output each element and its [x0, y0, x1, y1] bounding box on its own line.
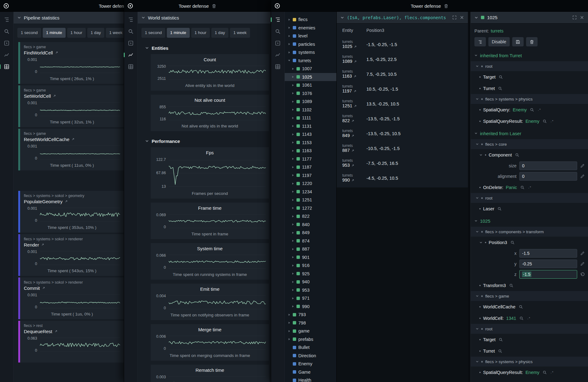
chevron-collapsed-icon[interactable] — [292, 231, 294, 234]
tree-item-systems[interactable]: systems — [285, 48, 336, 57]
system-name[interactable]: FindWorldCell — [24, 50, 120, 55]
tree-item-1025[interactable]: 1025 — [285, 73, 336, 81]
query-result-row[interactable]: turrets1025-1.5, -0.25, -1.5 — [337, 37, 468, 52]
chevron-collapsed-icon[interactable] — [288, 51, 291, 54]
tree-item-901[interactable]: 901 — [285, 253, 336, 262]
parent-link[interactable]: turrets — [491, 28, 504, 33]
search-icon[interactable] — [520, 185, 525, 190]
inspector-section-header[interactable]: 1025 — [471, 215, 588, 227]
field-input-alignment[interactable]: 0 — [519, 172, 577, 181]
pencil-icon[interactable] — [580, 261, 585, 266]
tree-item-turrets[interactable]: turrets — [285, 57, 336, 65]
chevD-icon[interactable] — [476, 294, 479, 298]
chevron-down-icon[interactable] — [17, 16, 21, 19]
tree-item-1061[interactable]: 1061 — [285, 81, 336, 89]
tree-item-particles[interactable]: particles — [285, 40, 336, 49]
chevD-icon[interactable] — [476, 143, 479, 146]
sidebar-chart-icon[interactable] — [4, 52, 10, 58]
field-input-z[interactable]: -1.5 — [519, 270, 577, 279]
query-result-row[interactable]: turrets849-13.5, -0.25, 10.5 — [337, 126, 468, 141]
search-icon[interactable] — [509, 283, 513, 288]
inspector-group-header[interactable]: flecs > components > transform — [471, 227, 588, 237]
chevron-collapsed-icon[interactable] — [292, 108, 294, 111]
inspector-component-row[interactable]: SpatialQueryResult:Enemy.* — [471, 115, 588, 127]
delete-world-icon[interactable] — [212, 4, 216, 8]
sidebar-chart-icon[interactable] — [275, 52, 281, 58]
tree-item-1197[interactable]: 1197 — [285, 171, 336, 180]
inspector-component-row[interactable]: Component — [471, 149, 588, 161]
chevron-collapsed-icon[interactable] — [292, 272, 294, 275]
hierarchy-button[interactable] — [474, 37, 486, 46]
chevron-collapsed-icon[interactable] — [292, 84, 294, 87]
query-result-row[interactable]: turrets119710.5, -0.25, -1.5 — [337, 82, 468, 97]
chevD-icon[interactable] — [479, 153, 482, 157]
section-header-performance[interactable]: Performance — [138, 135, 271, 147]
chevron-collapsed-icon[interactable] — [292, 92, 294, 95]
field-input-y[interactable]: -0.25 — [519, 260, 577, 268]
system-name[interactable]: Render — [24, 242, 120, 247]
sidebar-table-icon[interactable] — [4, 64, 10, 70]
chevron-collapsed-icon[interactable] — [292, 182, 294, 185]
chevD-icon[interactable] — [474, 219, 478, 222]
system-name[interactable]: SetWorldCell — [24, 93, 120, 99]
chevD-icon[interactable] — [476, 97, 479, 101]
inspector-component-row[interactable]: Laser — [471, 203, 588, 214]
sidebar-tree-outline-icon[interactable] — [275, 17, 281, 23]
tree-item-971[interactable]: 971 — [285, 294, 336, 303]
system-name[interactable]: DequeueRest — [24, 329, 120, 334]
inspector-component-row[interactable]: Position3 — [471, 237, 588, 248]
tree-item-887[interactable]: 887 — [285, 245, 336, 253]
inspector-group-header[interactable]: flecs > systems > physics — [471, 357, 588, 367]
tree-item-822[interactable]: 822 — [285, 212, 336, 221]
chevron-down-icon[interactable] — [340, 16, 344, 19]
search-icon[interactable] — [498, 86, 502, 91]
regex-icon[interactable]: .* — [550, 370, 554, 375]
search-icon[interactable] — [515, 153, 519, 157]
pencil-icon[interactable] — [580, 251, 585, 256]
chevron-collapsed-icon[interactable] — [288, 18, 291, 21]
query-result-row[interactable]: turrets11637.5, -0.25, 10.5 — [337, 67, 468, 82]
inspector-component-row[interactable]: WorldCell:1341.* — [471, 312, 588, 324]
sidebar-search-icon[interactable] — [128, 28, 134, 34]
tree-item-Enemy[interactable]: Enemy — [285, 360, 336, 368]
expand-icon[interactable] — [572, 15, 577, 20]
chevD-icon[interactable] — [145, 46, 149, 50]
inspector-group-header[interactable]: flecs > systems > physics — [471, 94, 588, 104]
range-button-1-minute[interactable]: 1 minute — [43, 28, 66, 38]
tree-item-1163[interactable]: 1163 — [285, 147, 336, 155]
search-icon[interactable] — [497, 207, 502, 211]
tree-item-793[interactable]: 793 — [285, 311, 336, 319]
query-expression[interactable]: (IsA, prefabs.Laser), flecs.components — [347, 15, 449, 20]
tree-item-game[interactable]: game — [285, 327, 336, 335]
tree-item-874[interactable]: 874 — [285, 237, 336, 245]
column-header-entity[interactable]: Entity — [337, 28, 366, 33]
inspector-group-header[interactable]: root — [471, 324, 588, 334]
delete-button[interactable] — [526, 37, 538, 46]
chevron-collapsed-icon[interactable] — [288, 330, 291, 333]
range-button-1-day[interactable]: 1 day — [87, 28, 104, 38]
search-icon[interactable] — [543, 119, 547, 123]
inspector-component-row[interactable]: SpatialQuery:Enemy.* — [471, 104, 588, 115]
search-icon[interactable] — [530, 108, 534, 112]
chevron-collapsed-icon[interactable] — [292, 207, 294, 209]
tree-item-1111[interactable]: 1111 — [285, 114, 336, 122]
sidebar-search-icon[interactable] — [4, 28, 10, 34]
chevron-collapsed-icon[interactable] — [288, 313, 291, 316]
tree-item-940[interactable]: 940 — [285, 278, 336, 286]
world-panel-header[interactable]: World statistics — [138, 12, 271, 24]
inspector-component-row[interactable]: Target — [471, 334, 588, 345]
delete-world-icon[interactable] — [444, 4, 448, 8]
chevron-collapsed-icon[interactable] — [292, 256, 294, 259]
chevron-collapsed-icon[interactable] — [292, 305, 294, 308]
tree-item-1007[interactable]: 1007 — [285, 65, 336, 73]
system-name[interactable]: Commit — [24, 285, 120, 291]
chevron-collapsed-icon[interactable] — [292, 133, 294, 136]
sidebar-search-icon[interactable] — [275, 28, 281, 34]
sidebar-inspect-icon[interactable] — [128, 40, 134, 46]
chevron-collapsed-icon[interactable] — [292, 264, 294, 267]
inspector-component-row[interactable]: WorldCellCache — [471, 301, 588, 312]
tree-item-1076[interactable]: 1076 — [285, 89, 336, 98]
chevD-icon[interactable] — [476, 360, 479, 363]
tree-item-prefabs[interactable]: prefabs — [285, 335, 336, 344]
chevron-down-icon[interactable] — [474, 16, 478, 19]
